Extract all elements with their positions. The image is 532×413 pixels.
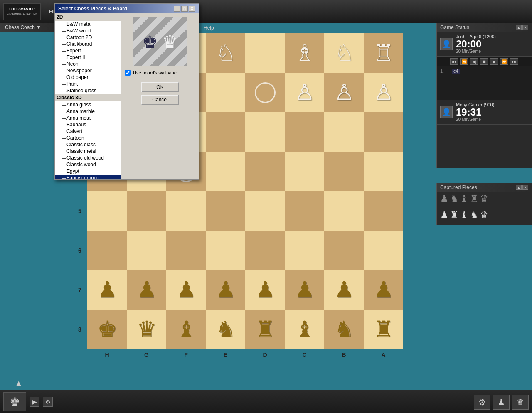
board-cell[interactable]: ♞ — [324, 310, 364, 349]
gs-minimize-button[interactable]: ▲ — [516, 25, 522, 30]
board-cell[interactable] — [206, 191, 245, 231]
board-cell[interactable] — [245, 191, 285, 231]
board-cell[interactable] — [245, 33, 285, 73]
list-item[interactable]: Paint — [55, 81, 121, 87]
board-cell[interactable]: ♝ — [166, 310, 206, 349]
board-cell[interactable]: ♝ — [285, 310, 324, 349]
list-item[interactable]: B&W metal — [55, 21, 121, 27]
board-cell[interactable] — [324, 231, 364, 270]
board-cell[interactable] — [364, 191, 403, 231]
cp-minimize-button[interactable]: ▲ — [516, 185, 522, 190]
board-cell[interactable]: ♘ — [206, 33, 245, 73]
board-cell[interactable] — [364, 112, 403, 152]
dialog-close-button[interactable]: ✕ — [189, 6, 195, 12]
chess-coach-bar[interactable]: Chess Coach ▼ — [0, 23, 58, 32]
list-item[interactable]: Calvert — [55, 128, 121, 135]
board-cell[interactable]: ♟ — [364, 270, 403, 310]
board-cell[interactable] — [206, 112, 245, 152]
board-cell[interactable] — [245, 152, 285, 191]
list-item[interactable]: Cartoon — [55, 135, 121, 141]
board-cell[interactable] — [206, 231, 245, 270]
board-cell[interactable] — [285, 152, 324, 191]
list-item[interactable]: Anna metal — [55, 115, 121, 121]
board-cell[interactable] — [324, 152, 364, 191]
board-cell[interactable] — [166, 191, 206, 231]
list-item[interactable]: Anna marble — [55, 108, 121, 115]
bottom-tool-2[interactable]: ♟ — [493, 395, 510, 410]
board-cell[interactable]: ♙ — [364, 73, 403, 112]
list-item[interactable]: Neon — [55, 61, 121, 67]
board-cell[interactable]: ♟ — [245, 270, 285, 310]
help-link[interactable]: Help — [204, 25, 214, 31]
ctrl-prev-fast-button[interactable]: ⏪ — [460, 58, 468, 65]
board-cell[interactable] — [285, 231, 324, 270]
list-item[interactable]: Classic wood — [55, 161, 121, 168]
board-cell[interactable] — [324, 112, 364, 152]
list-item[interactable]: Old paper — [55, 74, 121, 81]
board-cell[interactable] — [285, 112, 324, 152]
list-item[interactable]: Classic metal — [55, 148, 121, 155]
ctrl-first-button[interactable]: ⏮ — [450, 58, 458, 65]
board-cell[interactable] — [324, 191, 364, 231]
board-cell[interactable]: ♜ — [245, 310, 285, 349]
list-item[interactable]: Anna glass — [55, 101, 121, 108]
board-cell[interactable]: ♟ — [324, 270, 364, 310]
board-cell[interactable]: ♖ — [364, 33, 403, 73]
ctrl-next-fast-button[interactable]: ⏩ — [500, 58, 508, 65]
list-item[interactable]: Stained glass — [55, 87, 121, 94]
board-cell[interactable] — [364, 231, 403, 270]
board-cell[interactable] — [87, 231, 127, 270]
ctrl-stop-button[interactable]: ⏹ — [480, 58, 488, 65]
board-cell[interactable] — [285, 191, 324, 231]
list-item[interactable]: Classic old wood — [55, 155, 121, 161]
bottom-settings-button[interactable]: ⚙ — [43, 397, 53, 407]
list-item[interactable]: Newspaper — [55, 67, 121, 74]
bottom-tool-1[interactable]: ⚙ — [474, 395, 490, 410]
board-cell[interactable] — [245, 231, 285, 270]
ctrl-last-button[interactable]: ⏭ — [510, 58, 518, 65]
cancel-button[interactable]: Cancel — [141, 95, 179, 105]
list-item[interactable]: Fancy ceramic — [55, 175, 121, 179]
board-cell[interactable]: ♟ — [127, 270, 166, 310]
board-cell[interactable]: ♜ — [364, 310, 403, 349]
board-cell[interactable]: ♟ — [87, 270, 127, 310]
board-cell[interactable]: ♗ — [285, 33, 324, 73]
ok-button[interactable]: OK — [141, 82, 179, 92]
board-cell[interactable]: ♚ — [87, 310, 127, 349]
gs-close-button[interactable]: ✕ — [522, 25, 528, 30]
board-cell[interactable]: ♟ — [206, 270, 245, 310]
pieces-list[interactable]: 2DB&W metalB&W woodCartoon 2DChalkboardE… — [55, 13, 121, 179]
list-item[interactable]: Expert II — [55, 54, 121, 61]
board-cell[interactable] — [245, 112, 285, 152]
dialog-maximize-button[interactable]: □ — [181, 6, 188, 12]
board-cell[interactable] — [245, 73, 285, 112]
wallpaper-checkbox[interactable] — [125, 70, 131, 76]
board-cell[interactable] — [364, 152, 403, 191]
board-cell[interactable]: ♟ — [166, 270, 206, 310]
list-item[interactable]: Classic glass — [55, 141, 121, 148]
ctrl-prev-button[interactable]: ◀ — [470, 58, 478, 65]
board-cell[interactable] — [87, 191, 127, 231]
list-item[interactable]: Bauhaus — [55, 121, 121, 128]
board-cell[interactable]: ♙ — [285, 73, 324, 112]
list-item[interactable]: Expert — [55, 47, 121, 54]
play-button[interactable]: ▶ — [30, 397, 39, 407]
list-item[interactable]: B&W wood — [55, 27, 121, 34]
board-cell[interactable] — [206, 73, 245, 112]
board-cell[interactable] — [127, 191, 166, 231]
board-cell[interactable]: ♘ — [324, 33, 364, 73]
board-cell[interactable] — [206, 152, 245, 191]
board-cell[interactable]: ♟ — [285, 270, 324, 310]
list-item[interactable]: Cartoon 2D — [55, 34, 121, 41]
board-cell[interactable]: ♞ — [206, 310, 245, 349]
list-item[interactable]: Chalkboard — [55, 41, 121, 47]
board-cell[interactable] — [166, 231, 206, 270]
dialog-minimize-button[interactable]: — — [174, 6, 180, 12]
cp-close-button[interactable]: ✕ — [522, 185, 528, 190]
board-cell[interactable] — [127, 231, 166, 270]
ctrl-next-button[interactable]: ▶ — [490, 58, 498, 65]
board-cell[interactable]: ♛ — [127, 310, 166, 349]
board-cell[interactable]: ♙ — [324, 73, 364, 112]
list-item[interactable]: Egypt — [55, 168, 121, 175]
scroll-up-arrow[interactable]: ▲ — [15, 379, 23, 388]
